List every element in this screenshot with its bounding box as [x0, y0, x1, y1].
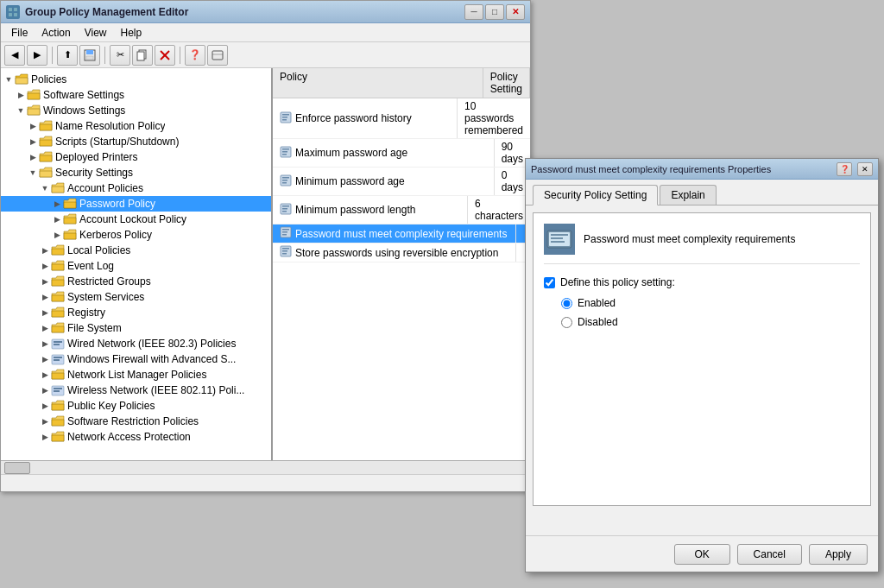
help-button[interactable]: ❓	[185, 45, 205, 66]
expand-icon[interactable]: ▶	[39, 260, 51, 272]
tree-item[interactable]: ▼ Account Policies	[1, 180, 271, 196]
tree-item[interactable]: ▶ Public Key Policies	[1, 398, 271, 414]
expand-icon[interactable]: ▶	[39, 275, 51, 288]
expand-icon[interactable]: ▶	[27, 136, 39, 148]
collapse-icon[interactable]: ▼	[3, 73, 15, 85]
tree-item[interactable]: ▼ Security Settings	[1, 165, 271, 180]
list-row[interactable]: Minimum password age 0 days	[273, 168, 530, 196]
tree-item[interactable]: ▶ Local Policies	[1, 243, 271, 258]
dialog-policy-icon	[544, 224, 575, 255]
folder-icon	[51, 414, 65, 428]
menu-help[interactable]: Help	[114, 25, 149, 41]
tree-item[interactable]: ▶ System Services	[1, 289, 271, 305]
tree-item[interactable]: ▶ Wired Network (IEEE 802.3) Policies	[1, 336, 271, 351]
tree-item[interactable]: ▶ Wireless Network (IEEE 802.11) Poli...	[1, 383, 271, 398]
close-button[interactable]: ✕	[506, 4, 525, 20]
tree-item[interactable]: ▶ Windows Firewall with Advanced S...	[1, 351, 271, 367]
tree-item[interactable]: ▶ Password Policy	[1, 196, 271, 212]
content-area: ▼ Policies▶ Software Settings▼ Windows S…	[1, 68, 530, 474]
delete-button[interactable]	[155, 45, 175, 66]
enabled-radio[interactable]	[561, 298, 572, 309]
expand-icon[interactable]: ▶	[39, 291, 51, 303]
menu-file[interactable]: File	[4, 25, 35, 41]
expand-icon[interactable]: ▶	[39, 307, 51, 319]
svg-rect-27	[282, 149, 289, 150]
svg-rect-0	[9, 8, 12, 11]
expand-icon[interactable]: ▶	[51, 198, 63, 210]
disabled-label[interactable]: Disabled	[578, 316, 618, 328]
tree-item[interactable]: ▶ Name Resolution Policy	[1, 118, 271, 134]
expand-icon[interactable]: ▶	[27, 120, 39, 132]
console-button[interactable]	[207, 45, 228, 66]
cut-button[interactable]: ✂	[110, 45, 130, 66]
collapse-icon[interactable]: ▼	[15, 104, 27, 117]
svg-rect-23	[282, 114, 289, 116]
tab-explain[interactable]: Explain	[660, 185, 716, 205]
define-policy-checkbox[interactable]	[544, 277, 555, 288]
expand-icon[interactable]: ▶	[51, 213, 63, 225]
list-row[interactable]: Store passwords using reversible encrypt…	[273, 243, 530, 262]
define-policy-label[interactable]: Define this policy setting:	[560, 276, 675, 288]
expand-icon[interactable]: ▶	[39, 322, 51, 334]
tree-item[interactable]: ▶ Restricted Groups	[1, 274, 271, 289]
expand-icon[interactable]: ▶	[39, 369, 51, 381]
expand-icon[interactable]: ▶	[27, 151, 39, 163]
expand-icon[interactable]: ▶	[39, 353, 51, 365]
tree-item[interactable]: ▶ Network Access Protection	[1, 429, 271, 445]
expand-icon[interactable]: ▶	[39, 431, 51, 443]
scrollbar-thumb[interactable]	[4, 462, 30, 474]
policy-row-icon	[280, 245, 292, 260]
expand-icon[interactable]: ▶	[39, 415, 51, 427]
cancel-button[interactable]: Cancel	[737, 544, 802, 565]
expand-icon[interactable]: ▶	[39, 400, 51, 412]
svg-rect-49	[551, 237, 563, 239]
tree-item[interactable]: ▶ Event Log	[1, 258, 271, 274]
horizontal-scrollbar[interactable]	[1, 460, 530, 474]
up-button[interactable]: ⬆	[57, 45, 78, 66]
maximize-button[interactable]: □	[485, 4, 504, 20]
forward-button[interactable]: ▶	[27, 45, 47, 66]
tree-item[interactable]: ▼ Policies	[1, 72, 271, 87]
tree-item[interactable]: ▶ Network List Manager Policies	[1, 367, 271, 383]
menu-action[interactable]: Action	[35, 25, 77, 41]
disabled-radio[interactable]	[561, 317, 572, 328]
tree-item[interactable]: ▶ File System	[1, 320, 271, 336]
expand-icon[interactable]: ▶	[51, 229, 63, 241]
expand-icon[interactable]: ▶	[39, 338, 51, 350]
tree-item[interactable]: ▶ Account Lockout Policy	[1, 212, 271, 227]
copy-button[interactable]	[132, 45, 153, 66]
list-row[interactable]: Maximum password age 90 days	[273, 139, 530, 168]
save-button[interactable]	[79, 45, 100, 66]
tree-panel[interactable]: ▼ Policies▶ Software Settings▼ Windows S…	[1, 68, 273, 474]
dialog-help-button[interactable]: ❓	[837, 162, 852, 176]
main-window-title: Group Policy Management Editor	[25, 6, 459, 18]
tree-item[interactable]: ▶ Deployed Printers	[1, 149, 271, 165]
back-button[interactable]: ◀	[4, 45, 25, 66]
collapse-icon[interactable]: ▼	[39, 182, 51, 194]
enabled-label[interactable]: Enabled	[578, 297, 616, 309]
tree-item-label: Windows Settings	[43, 104, 125, 117]
apply-button[interactable]: Apply	[809, 544, 868, 565]
expand-icon[interactable]: ▶	[39, 244, 51, 256]
tree-item[interactable]: ▶ Software Restriction Policies	[1, 414, 271, 429]
tree-item[interactable]: ▶ Kerberos Policy	[1, 227, 271, 243]
special-folder-icon	[51, 352, 65, 366]
collapse-icon[interactable]: ▼	[27, 167, 39, 179]
tree-item[interactable]: ▶ Software Settings	[1, 87, 271, 103]
list-row[interactable]: Enforce password history 10 passwords re…	[273, 98, 530, 139]
tree-item[interactable]: ▼ Windows Settings	[1, 103, 271, 118]
folder-icon	[51, 290, 65, 304]
expand-icon[interactable]: ▶	[15, 89, 27, 101]
dialog-close-button[interactable]: ✕	[857, 162, 873, 176]
tab-security-policy-setting[interactable]: Security Policy Setting	[533, 185, 658, 205]
minimize-button[interactable]: ─	[464, 4, 483, 20]
tree-item[interactable]: ▶ Scripts (Startup/Shutdown)	[1, 134, 271, 149]
list-row[interactable]: Password must meet complexity requiremen…	[273, 224, 530, 243]
ok-button[interactable]: OK	[674, 544, 730, 565]
define-policy-row: Define this policy setting:	[544, 276, 860, 288]
tree-item[interactable]: ▶ Registry	[1, 305, 271, 320]
expand-icon[interactable]: ▶	[39, 384, 51, 396]
list-row[interactable]: Minimum password length 6 characters	[273, 196, 530, 224]
tree-item-label: Account Policies	[67, 182, 143, 194]
menu-view[interactable]: View	[78, 25, 114, 41]
